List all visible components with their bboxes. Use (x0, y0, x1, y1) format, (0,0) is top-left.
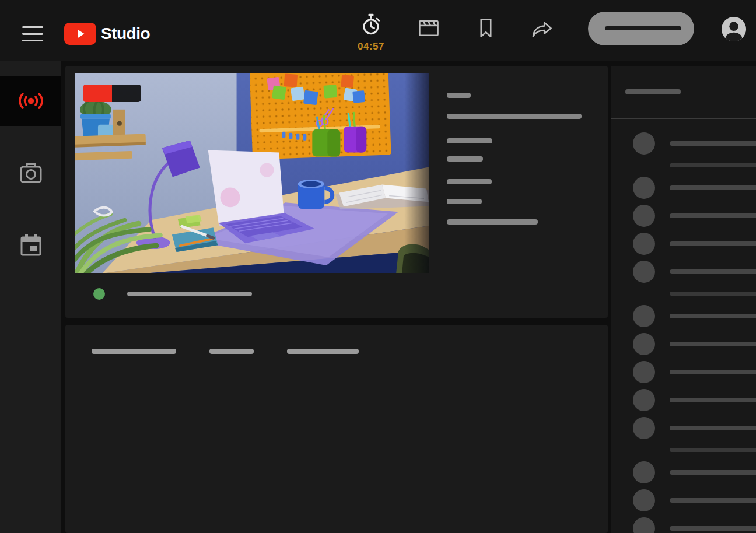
stream-preview-card (65, 66, 608, 318)
chat-avatar-skeleton (633, 417, 655, 439)
chat-text-skeleton-bar (670, 292, 756, 296)
hamburger-menu-icon[interactable] (22, 26, 43, 41)
share-arrow-icon[interactable] (530, 15, 555, 41)
clapperboard-icon[interactable] (416, 15, 442, 41)
sidebar-item-manage[interactable] (0, 220, 61, 270)
chat-text-skeleton-bar (670, 241, 756, 246)
chat-text-skeleton-bar (670, 370, 756, 374)
chat-avatar-skeleton (633, 517, 655, 533)
chat-avatar-skeleton (633, 305, 655, 327)
chat-avatar-skeleton (633, 261, 655, 283)
chat-message-skeleton-row (611, 414, 756, 442)
chat-message-skeleton-row (611, 258, 756, 286)
chat-message-skeleton-row (611, 486, 756, 514)
chat-text-skeleton-bar (670, 163, 756, 167)
chat-text-skeleton-bar (670, 314, 756, 318)
chat-divider (611, 118, 756, 119)
viewer-count-badge (112, 85, 141, 102)
skeleton-line (447, 219, 538, 225)
chat-message-skeleton-row (611, 129, 756, 157)
chat-messages-skeleton (611, 129, 756, 533)
chat-text-skeleton-bar (670, 470, 756, 475)
primary-action-button-skeleton[interactable] (588, 12, 694, 45)
chat-avatar-skeleton (633, 489, 655, 511)
tab-skeleton-bar[interactable] (92, 349, 176, 354)
chat-message-skeleton-row (611, 230, 756, 258)
chat-message-skeleton-row (611, 302, 756, 330)
chat-message-skeleton-row (611, 386, 756, 414)
account-avatar-icon[interactable] (720, 16, 747, 43)
chat-avatar-skeleton (633, 389, 655, 411)
youtube-play-logo-icon (64, 23, 96, 45)
studio-logo[interactable]: Studio (64, 23, 150, 45)
tab-skeleton-bar[interactable] (209, 349, 254, 354)
chat-text-skeleton-bar (670, 269, 756, 274)
chat-avatar-skeleton (633, 177, 655, 199)
skeleton-line (447, 199, 482, 204)
sidebar-item-webcam[interactable] (0, 148, 61, 198)
live-chat-panel (611, 66, 756, 533)
chat-header-skeleton-bar (625, 89, 681, 94)
chat-text-skeleton-bar (670, 185, 756, 190)
chat-text-skeleton-bar (670, 213, 756, 218)
sidebar-item-stream[interactable] (0, 76, 61, 126)
connection-status-skeleton-bar (127, 292, 252, 296)
calendar-icon (17, 231, 45, 259)
chat-avatar-skeleton (633, 333, 655, 355)
chat-avatar-skeleton (633, 461, 655, 483)
connection-status-dot (93, 288, 105, 300)
chat-avatar-skeleton (633, 361, 655, 383)
chat-text-skeleton-bar (670, 398, 756, 402)
camera-icon (17, 159, 45, 187)
desk-scene-render (75, 73, 429, 273)
tab-bars-skeleton (92, 349, 359, 354)
chat-message-skeleton-row (611, 514, 756, 533)
chat-avatar-skeleton (633, 205, 655, 227)
chat-text-skeleton-bar (670, 498, 756, 503)
top-bar: Studio 04:57 (0, 0, 756, 61)
live-broadcast-icon (17, 87, 45, 115)
chat-text-skeleton-bar (670, 342, 756, 346)
stream-timer-value: 04:57 (352, 41, 390, 52)
chat-avatar-skeleton (633, 233, 655, 255)
skeleton-line (447, 156, 483, 162)
skeleton-line (447, 93, 471, 98)
chat-message-skeleton-row (611, 202, 756, 230)
chat-avatar-skeleton (633, 132, 655, 155)
skeleton-line (447, 138, 492, 143)
bookmark-icon[interactable] (473, 15, 499, 41)
stream-timer[interactable]: 04:57 (352, 12, 390, 52)
chat-message-skeleton-row (611, 458, 756, 486)
chat-text-skeleton-bar (670, 448, 756, 452)
tab-skeleton-bar[interactable] (287, 349, 359, 354)
skeleton-line (447, 114, 582, 119)
chat-message-skeleton-row (611, 157, 756, 174)
sidebar-nav (0, 61, 61, 533)
brand-title: Studio (101, 24, 150, 43)
analytics-tabs-card (65, 325, 608, 533)
chat-text-skeleton-bar (670, 426, 756, 430)
chat-message-skeleton-row (611, 330, 756, 358)
chat-text-skeleton-bar (670, 526, 756, 531)
stopwatch-icon (358, 12, 384, 37)
pill-skeleton-bar (605, 26, 681, 30)
skeleton-line (447, 179, 492, 184)
chat-message-skeleton-row (611, 442, 756, 458)
chat-message-skeleton-row (611, 174, 756, 202)
chat-message-skeleton-row (611, 286, 756, 302)
live-badge (83, 85, 112, 102)
chat-message-skeleton-row (611, 358, 756, 386)
chat-text-skeleton-bar (670, 141, 756, 146)
live-stream-preview-video[interactable] (75, 73, 429, 273)
